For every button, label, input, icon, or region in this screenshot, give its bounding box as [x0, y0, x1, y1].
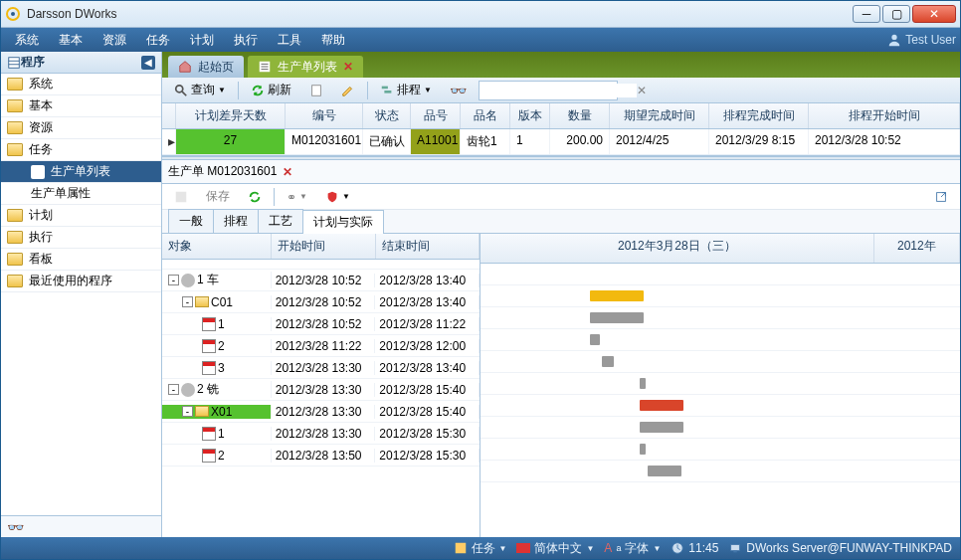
subtab-process[interactable]: 工艺	[258, 209, 303, 233]
sidebar-collapse-button[interactable]: ◀	[141, 56, 155, 70]
svg-rect-20	[734, 551, 738, 553]
tree-row[interactable]: 32012/3/28 13:302012/3/28 13:40	[162, 357, 480, 379]
expand-icon[interactable]: -	[182, 296, 193, 307]
col-status[interactable]: 状态	[363, 103, 411, 128]
search-button[interactable]: 查询 ▼	[168, 80, 232, 100]
gantt-bar[interactable]	[640, 378, 646, 389]
sidebar-item-5[interactable]: 生产单属性	[1, 183, 161, 205]
menu-tools[interactable]: 工具	[268, 32, 311, 49]
gantt-bar[interactable]	[590, 334, 600, 345]
maximize-button[interactable]: ▢	[882, 5, 910, 23]
tree-row[interactable]: - C012012/3/28 10:522012/3/28 13:40	[162, 291, 480, 313]
menu-basic[interactable]: 基本	[49, 32, 93, 49]
tree-panel: 对象 开始时间 结束时间 - 1 车2012/3/28 10:522012/3/…	[162, 234, 480, 537]
col-diff[interactable]: 计划差异天数	[176, 103, 286, 128]
status-lang[interactable]: 简体中文▼	[516, 540, 594, 557]
gantt-row	[480, 285, 960, 307]
fld-icon	[195, 406, 209, 417]
sidebar-item-7[interactable]: 执行	[1, 227, 161, 249]
sidebar-item-1[interactable]: 基本	[1, 95, 161, 117]
search-icon	[174, 84, 188, 97]
sidebar-item-9[interactable]: 最近使用的程序	[1, 271, 161, 292]
app-icon	[5, 6, 21, 22]
sidebar: 程序 ◀ 系统基本资源任务生产单列表生产单属性计划执行看板最近使用的程序 👓	[1, 52, 162, 537]
tree-row[interactable]: - X012012/3/28 13:302012/3/28 15:40	[162, 401, 480, 423]
menu-execute[interactable]: 执行	[224, 32, 268, 49]
sidebar-item-label: 看板	[29, 251, 53, 268]
col-sstart[interactable]: 排程开始时间	[809, 103, 960, 128]
subtab-general[interactable]: 一般	[168, 209, 214, 233]
gantt-icon	[380, 84, 394, 97]
gantt-bar[interactable]	[602, 356, 614, 367]
expand-icon[interactable]: -	[182, 406, 193, 417]
col-ver[interactable]: 版本	[510, 103, 550, 128]
status-font[interactable]: Aa字体▼	[604, 540, 661, 557]
gantt-bar[interactable]	[640, 422, 683, 433]
gantt-bar[interactable]	[640, 444, 646, 455]
tree-label: 3	[218, 361, 225, 375]
menu-help[interactable]: 帮助	[311, 32, 355, 49]
gantt-bar[interactable]	[590, 290, 644, 301]
tree-row[interactable]: 12012/3/28 13:302012/3/28 15:30	[162, 423, 480, 445]
tab-close-icon[interactable]: ✕	[343, 60, 353, 74]
tab-production-list[interactable]: 生产单列表 ✕	[248, 56, 363, 78]
new-icon[interactable]	[303, 82, 329, 99]
gantt-bar[interactable]	[648, 466, 681, 476]
svg-point-10	[176, 85, 183, 92]
clear-search-icon[interactable]: ✕	[637, 84, 647, 97]
status-task[interactable]: 任务▼	[454, 540, 507, 557]
col-qty[interactable]: 数量	[550, 103, 610, 128]
binoculars-icon[interactable]: 👓	[444, 81, 473, 100]
minimize-button[interactable]: ─	[853, 5, 880, 23]
col-want[interactable]: 期望完成时间	[610, 103, 709, 128]
close-button[interactable]: ✕	[912, 5, 956, 23]
user-label[interactable]: Test User	[887, 33, 956, 47]
sidebar-item-6[interactable]: 计划	[1, 205, 161, 227]
refresh-button[interactable]: 刷新	[245, 80, 297, 100]
schedule-button[interactable]: 排程 ▼	[374, 80, 438, 100]
tree-col-end: 结束时间	[376, 234, 480, 259]
grid-row[interactable]: ▸ 27 M012031601 已确认 A11001 齿轮1 1 200.00 …	[162, 129, 960, 155]
sidebar-item-3[interactable]: 任务	[1, 139, 161, 161]
tree-row[interactable]: 12012/3/28 10:522012/3/28 11:22	[162, 313, 480, 335]
tree-row[interactable]: 22012/3/28 13:502012/3/28 15:30	[162, 445, 480, 467]
tree-row[interactable]: - 2 铣2012/3/28 13:302012/3/28 15:40	[162, 379, 480, 401]
search-input[interactable]	[480, 84, 637, 97]
menu-plan[interactable]: 计划	[180, 32, 224, 49]
tree-start: 2012/3/28 13:30	[272, 383, 376, 397]
menu-resource[interactable]: 资源	[93, 32, 136, 49]
sidebar-item-2[interactable]: 资源	[1, 117, 161, 139]
tree-label: 1	[218, 317, 225, 331]
subtab-plan-actual[interactable]: 计划与实际	[302, 210, 384, 234]
status-time: 11:45	[671, 541, 718, 555]
subtab-schedule[interactable]: 排程	[213, 209, 259, 233]
expand-icon[interactable]: -	[168, 384, 179, 395]
sidebar-item-0[interactable]: 系统	[1, 74, 161, 95]
sidebar-item-4[interactable]: 生产单列表	[1, 161, 161, 183]
popout-icon[interactable]	[928, 188, 954, 206]
detail-close-icon[interactable]: ✕	[283, 165, 292, 179]
menu-task[interactable]: 任务	[136, 32, 180, 49]
tree-label: 1 车	[197, 272, 219, 288]
refresh-detail-icon[interactable]	[242, 188, 268, 206]
col-send[interactable]: 排程完成时间	[709, 103, 809, 128]
tree-row[interactable]: 22012/3/28 11:222012/3/28 12:00	[162, 335, 480, 357]
col-item[interactable]: 品号	[411, 103, 461, 128]
shield-icon[interactable]: ▼	[319, 188, 356, 206]
edit-icon[interactable]	[335, 82, 361, 99]
cal-icon	[202, 317, 216, 331]
sidebar-item-8[interactable]: 看板	[1, 249, 161, 271]
gantt-panel[interactable]: 2012年3月28日（三） 2012年	[480, 234, 960, 537]
col-no[interactable]: 编号	[286, 103, 363, 128]
binoculars-icon[interactable]: 👓	[7, 519, 24, 535]
tab-start[interactable]: 起始页	[168, 56, 244, 78]
tree-row[interactable]: - 1 车2012/3/28 10:522012/3/28 13:40	[162, 270, 480, 291]
gantt-bar[interactable]	[640, 400, 683, 411]
gantt-row	[480, 329, 960, 351]
menu-system[interactable]: 系统	[5, 32, 49, 49]
expand-icon[interactable]: -	[168, 275, 179, 285]
col-name[interactable]: 品名	[461, 103, 510, 128]
list-icon	[31, 165, 45, 179]
user-name: Test User	[905, 33, 956, 47]
gantt-bar[interactable]	[590, 312, 644, 323]
